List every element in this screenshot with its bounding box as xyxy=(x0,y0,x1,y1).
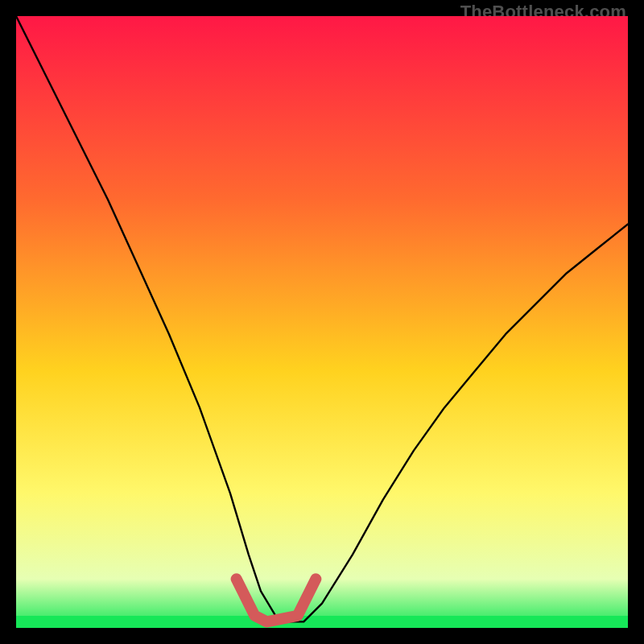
chart-svg xyxy=(16,16,628,628)
chart-plot-area xyxy=(16,16,628,628)
green-band xyxy=(16,616,628,628)
gradient-background xyxy=(16,16,628,628)
chart-frame: TheBottleneck.com xyxy=(0,0,644,644)
